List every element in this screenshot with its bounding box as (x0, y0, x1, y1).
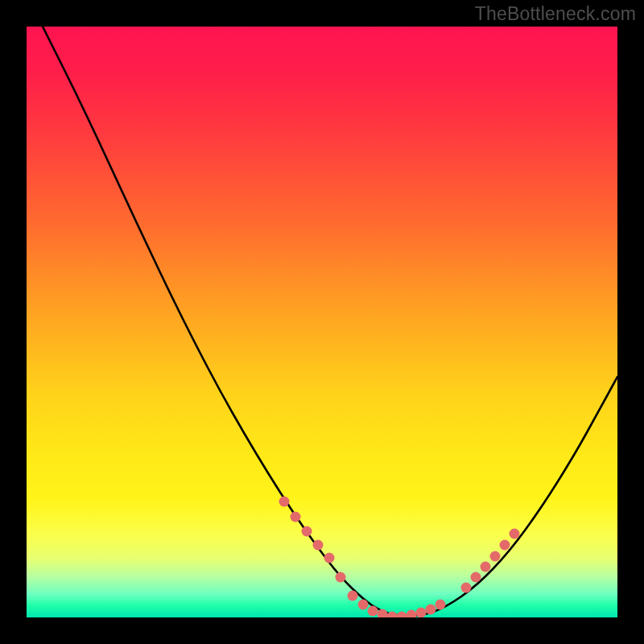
highlight-dot (407, 610, 417, 618)
watermark-label: TheBottleneck.com (475, 3, 636, 25)
highlight-dot (279, 497, 290, 507)
highlight-dot (368, 606, 378, 617)
highlight-dot (291, 512, 301, 522)
highlight-dot (313, 540, 324, 551)
highlight-dot (510, 529, 520, 539)
highlight-dot (500, 540, 510, 551)
highlight-dot (426, 605, 436, 615)
curve-path (27, 27, 617, 616)
highlight-dot (416, 608, 427, 618)
highlight-dot (348, 591, 358, 601)
plot-area (27, 27, 617, 617)
highlight-dot (397, 612, 407, 618)
highlight-dots-group (279, 497, 520, 618)
chart-svg (27, 27, 617, 617)
highlight-dot (358, 600, 369, 610)
chart-frame: TheBottleneck.com (0, 0, 644, 644)
highlight-dot (436, 600, 446, 610)
highlight-dot (471, 572, 481, 583)
highlight-dot (324, 553, 335, 564)
highlight-dot (490, 551, 501, 562)
highlight-dot (302, 526, 312, 537)
highlight-dot (336, 572, 346, 583)
highlight-dot (481, 562, 491, 572)
highlight-dot (461, 583, 472, 593)
